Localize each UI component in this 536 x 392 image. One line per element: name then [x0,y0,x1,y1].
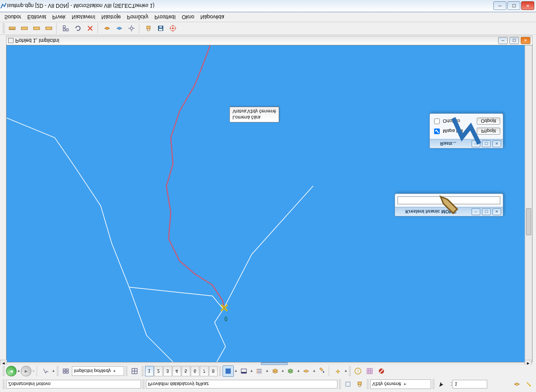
menu-prostredi[interactable]: Prostředí [152,13,179,21]
tool-window-a[interactable] [238,365,249,377]
rastr-icon [431,140,438,147]
tool-pick[interactable] [40,365,51,377]
views-icon[interactable] [60,365,71,377]
scrollbar-thumb[interactable] [526,208,531,235]
tool-layer-b[interactable] [114,23,125,34]
svg-rect-16 [226,368,231,374]
status-icon-a[interactable] [342,378,354,390]
nav-forward-button[interactable]: ► [21,366,31,376]
nav-back-button[interactable]: ◄ [6,366,17,376]
window-title: isuitmp.dgn [2D - V8 DGN] - MicroStation… [7,3,493,9]
grip-icon[interactable] [125,366,128,376]
tool-layers-c[interactable] [300,365,312,377]
grip-icon[interactable] [3,366,5,376]
tool-save[interactable] [155,23,166,34]
float-kresleni-header[interactable]: Kreslení hranic MOMC ─ ☐ ✕ [395,207,503,216]
view-number-8[interactable]: 8 [209,366,218,376]
svg-point-19 [256,372,257,373]
tool-measure-1[interactable] [7,23,18,34]
tool-snap[interactable] [126,23,137,34]
view-close-button[interactable]: ✕ [521,37,530,44]
grip-icon[interactable] [142,366,144,376]
status-number-field[interactable]: 1 [452,380,487,389]
status-tool-b[interactable] [523,378,534,390]
chevron-down-icon: ▼ [113,369,116,373]
menu-okno[interactable]: Okno [179,13,197,21]
menu-prvek[interactable]: Prvek [50,13,68,21]
tool-disable[interactable] [376,365,387,377]
grip-icon[interactable] [339,379,341,389]
tool-delete[interactable] [84,23,96,34]
views-dropdown[interactable]: Implicitní pohledy ▼ [72,366,124,376]
view-number-5[interactable]: 5 [182,366,190,376]
tool-tile[interactable] [129,365,140,377]
float-kresleni-window[interactable]: Kreslení hranic MOMC ─ ☐ ✕ [394,193,503,216]
float-rastr-window[interactable]: Rastr... ─ ☐ ✕ Mapa KN Připojit Ortofoto [429,113,503,149]
tool-measure-4[interactable] [43,23,54,34]
tool-select-all[interactable] [60,23,71,34]
tool-measure-2[interactable] [19,23,30,34]
canvas-scrollbar-vertical[interactable] [525,45,532,362]
status-tool-a[interactable] [511,378,523,390]
view-number-4[interactable]: 4 [172,366,181,376]
status-lock-icon[interactable] [354,378,365,390]
tool-info[interactable]: i [352,365,364,377]
grip-icon[interactable] [3,379,5,389]
tool-layers-a[interactable] [270,365,281,377]
chevron-down-icon[interactable]: ▼ [312,369,316,373]
menu-soubor[interactable]: Soubor [2,13,24,21]
grip-icon[interactable] [367,379,369,389]
view-number-3[interactable]: 3 [163,366,172,376]
view-number-6[interactable]: 6 [191,366,199,376]
grip-icon[interactable] [432,379,435,389]
view-number-1[interactable]: 1 [145,366,154,376]
tool-layers-b[interactable] [285,365,296,377]
tool-list[interactable] [254,365,265,377]
tool-rotate[interactable] [72,23,84,34]
tool-display-mode[interactable] [222,365,234,377]
chevron-down-icon[interactable]: ▼ [344,369,347,373]
view-header[interactable]: Pohled 1, Implicitní ─ ☐ ✕ [6,36,533,45]
chevron-down-icon[interactable]: ▼ [281,369,285,373]
minimize-button[interactable]: ─ [493,2,506,10]
layer-dropdown[interactable]: Vždy červeně ▼ [370,379,431,389]
grip-icon[interactable] [349,366,351,376]
menu-nastaveni[interactable]: Nastavení [69,13,98,21]
tool-lock-a[interactable] [143,23,154,34]
chevron-down-icon[interactable]: ▼ [52,369,55,373]
coord-sep: : [451,381,452,387]
float-rastr-header[interactable]: Rastr... ─ ☐ ✕ [430,139,503,148]
tool-target[interactable] [167,23,179,34]
chevron-down-icon[interactable]: ▼ [17,369,20,373]
tool-brush[interactable] [316,365,327,377]
chevron-down-icon[interactable]: ▼ [266,369,269,373]
view-minimize-button[interactable]: ─ [498,37,508,44]
view-number-2[interactable]: 2 [154,366,163,376]
chevron-down-icon[interactable]: ▼ [297,369,300,373]
tool-sparkle[interactable] [332,365,344,377]
chevron-down-icon[interactable]: ▼ [234,369,238,373]
chevron-down-icon[interactable]: ▼ [250,369,253,373]
cursor-icon[interactable] [436,378,447,390]
tool-grid[interactable] [364,365,375,377]
maximize-button[interactable]: ☐ [507,2,520,10]
grip-icon[interactable] [57,366,59,376]
menu-napoveda[interactable]: Nápověda [198,13,227,21]
close-button[interactable]: ✕ [521,2,534,10]
grip-icon[interactable] [219,366,221,376]
grip-icon[interactable] [142,379,145,389]
menu-handle-icon[interactable] [8,38,13,43]
grip-icon[interactable] [3,24,5,33]
tool-layer-a[interactable] [101,23,113,34]
views-dropdown-label: Implicitní pohledy [74,368,111,374]
map-canvas[interactable]: Lomená čára Vrstva:Vždy červeně Rastr...… [6,45,533,362]
view-number-7[interactable]: 7 [200,366,209,376]
menu-editovat[interactable]: Editovat [25,13,49,21]
tool-measure-3[interactable] [31,23,42,34]
svg-rect-5 [147,26,150,29]
menu-pomucky[interactable]: Pomůcky [124,13,151,21]
svg-rect-26 [346,382,350,386]
view-maximize-button[interactable]: ☐ [509,37,519,44]
window-titlebar[interactable]: isuitmp.dgn [2D - V8 DGN] - MicroStation… [0,0,536,12]
menu-nastroje[interactable]: Nástroje [99,13,124,21]
